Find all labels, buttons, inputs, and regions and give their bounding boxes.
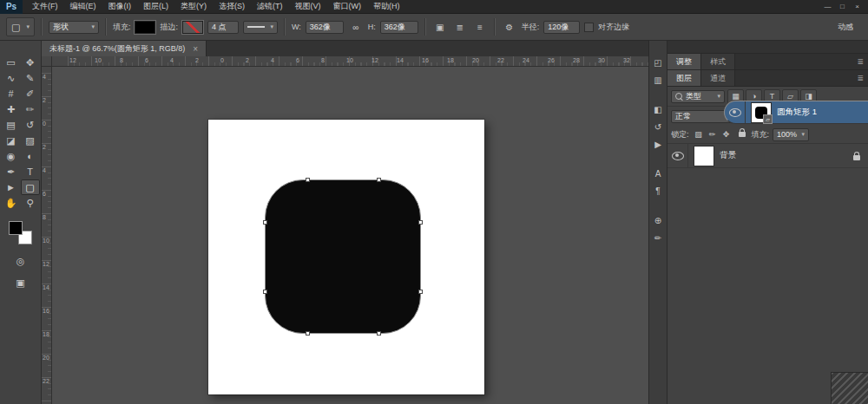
stroke-width-field[interactable]: 4 点 bbox=[207, 21, 239, 34]
tool-preset-button[interactable]: ▢ bbox=[6, 17, 35, 36]
restore-button[interactable]: □ bbox=[835, 2, 850, 12]
stroke-label: 描边: bbox=[160, 22, 178, 33]
rounded-rectangle-shape[interactable] bbox=[265, 179, 421, 334]
menu-item[interactable]: 视图(V) bbox=[289, 0, 327, 13]
crop-tool[interactable]: # bbox=[2, 86, 21, 101]
path-arrange-button[interactable]: ≡ bbox=[472, 19, 488, 35]
menu-item[interactable]: 选择(S) bbox=[213, 0, 251, 13]
canvas-viewport[interactable] bbox=[52, 67, 648, 404]
anchor-point[interactable] bbox=[377, 331, 381, 336]
adjustments-styles-tab-row: 调整样式 ≣ bbox=[667, 54, 868, 70]
eyedropper-tool[interactable]: ✐ bbox=[21, 86, 40, 101]
radius-field[interactable]: 120像 bbox=[543, 21, 580, 34]
layers-filter-select[interactable]: 类型 bbox=[671, 90, 725, 103]
clone-stamp-tool[interactable]: ▤ bbox=[2, 117, 21, 133]
menu-item[interactable]: 类型(Y) bbox=[174, 0, 213, 13]
panel-tab[interactable]: 通道 bbox=[701, 70, 735, 86]
width-field[interactable]: 362像 bbox=[306, 21, 344, 34]
menu-item[interactable]: 图像(I) bbox=[102, 0, 138, 13]
anchor-point[interactable] bbox=[418, 220, 423, 225]
link-dimensions-icon[interactable]: ∞ bbox=[348, 19, 364, 35]
fill-opacity-field[interactable]: 100% bbox=[773, 128, 809, 141]
menu-item[interactable]: 帮助(H) bbox=[367, 0, 406, 13]
panel-menu-icon[interactable]: ≣ bbox=[852, 54, 868, 69]
screen-mode-button[interactable]: ▣ bbox=[11, 275, 30, 290]
blur-tool[interactable]: ◉ bbox=[2, 148, 21, 164]
path-selection-tool[interactable]: ► bbox=[2, 179, 21, 195]
clone-source-panel-icon[interactable]: ⊕ bbox=[650, 214, 666, 227]
healing-brush-tool[interactable]: ✚ bbox=[2, 101, 21, 117]
history-panel-icon[interactable]: ↺ bbox=[650, 121, 666, 134]
anchor-point[interactable] bbox=[306, 178, 310, 182]
gear-icon[interactable]: ⚙ bbox=[502, 19, 517, 35]
lock-all-icon[interactable] bbox=[736, 128, 748, 140]
lock-position-icon[interactable]: ✥ bbox=[720, 128, 733, 140]
tool-mode-select[interactable]: 形状 bbox=[49, 21, 99, 34]
menu-bar: Ps 文件(F)编辑(E)图像(I)图层(L)类型(Y)选择(S)滤镜(T)视图… bbox=[0, 0, 868, 14]
menu-items: 文件(F)编辑(E)图像(I)图层(L)类型(Y)选择(S)滤镜(T)视图(V)… bbox=[26, 0, 406, 13]
gradient-tool[interactable]: ▨ bbox=[21, 133, 40, 148]
anchor-point[interactable] bbox=[418, 290, 423, 294]
menu-item[interactable]: 图层(L) bbox=[137, 0, 174, 13]
lock-paint-icon[interactable]: ✏ bbox=[707, 128, 719, 140]
rounded-rectangle-tool[interactable]: ▢ bbox=[21, 179, 40, 195]
fill-opacity-label: 填充: bbox=[752, 129, 770, 140]
actions-panel-icon[interactable]: ▶ bbox=[650, 138, 666, 151]
character-panel-icon[interactable]: A bbox=[650, 167, 666, 180]
panel-tab[interactable]: 样式 bbox=[701, 54, 735, 69]
brush-panel-icon[interactable]: ✏ bbox=[650, 231, 666, 244]
workspace-switcher[interactable]: 动感 bbox=[838, 22, 862, 33]
resize-grip[interactable] bbox=[831, 372, 868, 404]
pen-tool[interactable]: ✒ bbox=[2, 164, 21, 179]
align-edges-checkbox[interactable] bbox=[584, 23, 594, 32]
layer-row[interactable]: ▱ 圆角矩形 1 bbox=[724, 101, 868, 124]
panel-tab[interactable]: 调整 bbox=[667, 54, 701, 69]
stroke-style-select[interactable] bbox=[243, 21, 278, 34]
quick-selection-tool[interactable]: ✎ bbox=[21, 70, 40, 86]
height-label: H: bbox=[368, 23, 376, 31]
path-alignment-button[interactable]: ≣ bbox=[452, 19, 468, 35]
document-canvas[interactable] bbox=[208, 120, 484, 394]
histogram-panel-icon[interactable]: ▥ bbox=[650, 74, 666, 87]
layers-list: ▱ 圆角矩形 1 ▱ 背景 bbox=[667, 144, 868, 168]
fill-color-swatch[interactable] bbox=[135, 21, 155, 34]
layer-thumbnail[interactable]: ▱ bbox=[751, 102, 772, 123]
layer-row[interactable]: ▱ 背景 bbox=[667, 144, 868, 168]
navigator-panel-icon[interactable]: ◰ bbox=[650, 56, 666, 69]
hand-tool[interactable]: ✋ bbox=[2, 195, 21, 211]
anchor-point[interactable] bbox=[377, 178, 381, 182]
brush-tool[interactable]: ✏ bbox=[21, 101, 40, 117]
foreground-color-swatch[interactable] bbox=[9, 221, 23, 235]
anchor-point[interactable] bbox=[263, 220, 267, 225]
anchor-point[interactable] bbox=[263, 290, 267, 294]
close-tab-icon[interactable]: × bbox=[193, 44, 198, 54]
stroke-color-swatch[interactable] bbox=[182, 21, 203, 34]
quick-mask-button[interactable]: ◎ bbox=[11, 253, 30, 269]
anchor-point[interactable] bbox=[306, 331, 310, 336]
paragraph-panel-icon[interactable]: ¶ bbox=[650, 185, 666, 198]
panel-menu-icon[interactable]: ≣ bbox=[852, 70, 868, 86]
panel-tab[interactable]: 图层 bbox=[667, 70, 701, 86]
layer-thumbnail[interactable]: ▱ bbox=[694, 146, 714, 166]
document-tab[interactable]: 未标题-1 @ 66.7%(圆角矩形 1, RGB/8) × bbox=[42, 41, 207, 56]
menu-item[interactable]: 滤镜(T) bbox=[251, 0, 289, 13]
move-tool[interactable]: ✥ bbox=[21, 55, 40, 70]
type-tool[interactable]: T bbox=[21, 164, 40, 179]
menu-item[interactable]: 文件(F) bbox=[26, 0, 64, 13]
properties-panel-icon[interactable]: ◧ bbox=[650, 103, 666, 116]
eraser-tool[interactable]: ◪ bbox=[2, 133, 21, 148]
path-operations-button[interactable]: ▣ bbox=[432, 19, 448, 35]
dodge-tool[interactable]: ◐ bbox=[21, 148, 40, 164]
visibility-toggle[interactable] bbox=[667, 144, 688, 167]
minimize-button[interactable]: — bbox=[820, 2, 835, 12]
history-brush-tool[interactable]: ↺ bbox=[21, 117, 40, 133]
visibility-toggle[interactable] bbox=[725, 101, 746, 123]
zoom-tool[interactable]: ⚲ bbox=[21, 195, 40, 211]
menu-item[interactable]: 编辑(E) bbox=[64, 0, 102, 13]
close-button[interactable]: × bbox=[850, 2, 865, 12]
height-field[interactable]: 362像 bbox=[380, 21, 418, 34]
menu-item[interactable]: 窗口(W) bbox=[327, 0, 368, 13]
lasso-tool[interactable]: ∿ bbox=[2, 70, 21, 86]
lock-transparency-icon[interactable]: ▨ bbox=[693, 128, 705, 140]
rectangular-marquee-tool[interactable]: ▭ bbox=[2, 55, 21, 70]
